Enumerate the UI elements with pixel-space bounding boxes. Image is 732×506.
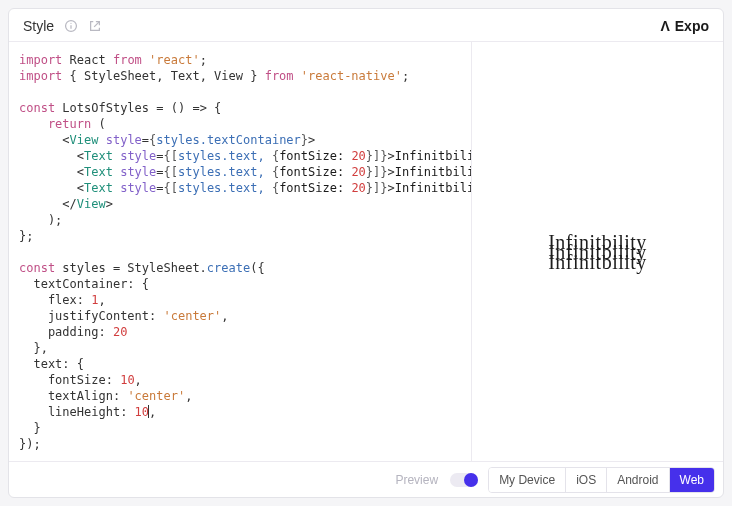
header-left: Style <box>23 18 102 34</box>
snack-card: Style Λ Expo import React from 'react'; … <box>8 8 724 498</box>
external-link-icon[interactable] <box>88 19 102 33</box>
platform-tabs: My Device iOS Android Web <box>488 467 715 493</box>
toggle-knob <box>464 473 478 487</box>
tab-web[interactable]: Web <box>670 468 714 492</box>
footer: Preview My Device iOS Android Web <box>9 461 723 497</box>
expo-label: Expo <box>675 18 709 34</box>
expo-logo-icon: Λ <box>660 18 669 34</box>
main: import React from 'react'; import { Styl… <box>9 41 723 461</box>
info-icon[interactable] <box>64 19 78 33</box>
expo-brand[interactable]: Λ Expo <box>660 18 709 34</box>
svg-point-2 <box>71 23 72 24</box>
preview-pane: Infinitbility Infinitbility Infinitbilit… <box>471 42 723 461</box>
preview-output: Infinitbility Infinitbility Infinitbilit… <box>548 237 647 267</box>
preview-toggle[interactable] <box>450 473 478 487</box>
preview-toggle-label: Preview <box>395 473 438 487</box>
header: Style Λ Expo <box>9 9 723 41</box>
title: Style <box>23 18 54 34</box>
preview-line-3: Infinitbility <box>548 257 647 267</box>
tab-android[interactable]: Android <box>607 468 669 492</box>
tab-ios[interactable]: iOS <box>566 468 607 492</box>
tab-my-device[interactable]: My Device <box>489 468 566 492</box>
code-editor[interactable]: import React from 'react'; import { Styl… <box>9 42 471 461</box>
